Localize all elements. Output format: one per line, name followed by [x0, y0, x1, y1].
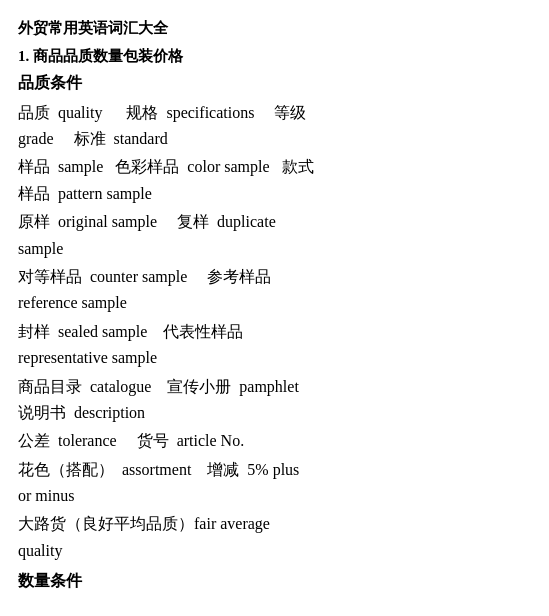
section-heading: 1. 商品品质数量包装价格	[18, 44, 531, 68]
line-4: 对等样品 counter sample 参考样品 reference sampl…	[18, 264, 531, 317]
line-1: 品质 quality 规格 specifications 等级 grade 标准…	[18, 100, 531, 153]
line-6: 商品目录 catalogue 宣传小册 pamphlet 说明书 descrip…	[18, 374, 531, 427]
line-2: 样品 sample 色彩样品 color sample 款式 样品 patter…	[18, 154, 531, 207]
line-9: 大路货（良好平均品质）fair average quality	[18, 511, 531, 564]
subsection-heading-quantity: 数量条件	[18, 568, 531, 594]
line-5: 封样 sealed sample 代表性样品 representative sa…	[18, 319, 531, 372]
line-7: 公差 tolerance 货号 article No.	[18, 428, 531, 454]
line-3: 原样 original sample 复样 duplicate sample	[18, 209, 531, 262]
page-title: 外贸常用英语词汇大全	[18, 16, 531, 40]
line-8: 花色（搭配） assortment 增减 5% plus or minus	[18, 457, 531, 510]
subsection-heading-quality: 品质条件	[18, 70, 531, 96]
